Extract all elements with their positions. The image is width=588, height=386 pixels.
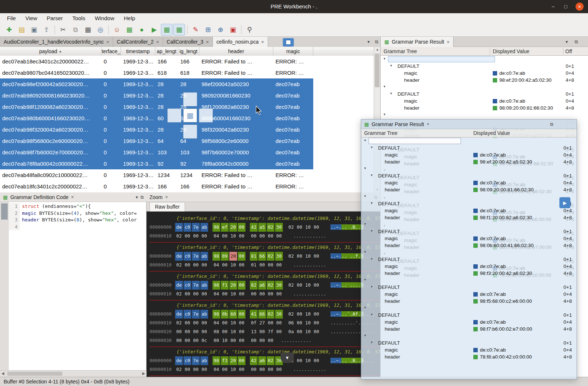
hex-byte[interactable]: 27 [258,319,266,327]
hex-byte[interactable]: 01 [250,261,258,269]
tab-grammar-parse-result[interactable]: ▦ Grammar Parse Result × [381,37,454,47]
menu-item-help[interactable]: Help [119,14,140,22]
tab-cellinfo_nosim.pca[interactable]: cellinfo_nosim.pca× [213,37,268,47]
maximize-button[interactable]: ▢ [562,3,570,11]
hex-byte[interactable]: 00 [313,310,320,319]
float-tree-node-header[interactable]: header98:f1:20:00:82:a6:02:304+8 [361,214,577,221]
tab-close-icon[interactable]: × [156,39,159,45]
hex-byte[interactable]: 10 [304,252,312,261]
hex-byte[interactable]: 20 [229,223,237,232]
hex-byte[interactable]: 04 [212,261,220,269]
column-header-payload[interactable]: payload▲ [0,47,101,56]
menu-item-window[interactable]: Window [90,14,119,22]
hex-byte[interactable]: c0 [184,223,191,232]
table-row[interactable]: dec07eab48fa8c0902c10000022…01969-12-3…1… [0,169,313,181]
hex-byte[interactable]: 00 [238,261,245,269]
hex-byte[interactable]: 30 [275,281,283,290]
hex-byte[interactable]: 00 [184,365,191,374]
chevron-down-icon[interactable]: ▾ [364,138,366,142]
hex-byte[interactable]: 10 [229,365,237,374]
dock-target-left[interactable] [167,109,181,122]
hex-byte[interactable]: 00 [275,232,283,240]
hex-byte[interactable]: 00 [296,319,303,327]
toolbar-camera-button[interactable]: ▣ [227,24,239,36]
float-tree-node-header[interactable]: header98:f7:b6:00:02:e7:00:004+8 [361,326,577,332]
hex-byte[interactable]: 66 [258,252,266,261]
hex-byte[interactable]: 00 [296,356,303,365]
hex-byte[interactable]: 82 [250,281,258,290]
hex-byte[interactable]: 00 [250,336,258,345]
float-tree-node-header[interactable]: header98:0b:60:00:41:66:02:304+8 [361,242,577,249]
float-tree-node-default[interactable]: ▾DEFAULT0+1 [361,200,577,207]
float-tree-node-root[interactable]: ▾ [361,165,577,172]
hex-byte[interactable]: ab [200,252,208,261]
hex-byte[interactable]: f1 [221,281,229,290]
hex-byte[interactable]: 00 [238,223,245,232]
hex-byte[interactable]: 00 [184,290,191,298]
panel-menu-icon[interactable]: ▾ [136,195,138,200]
gpr-tree-node-root[interactable]: ▾ [381,84,588,91]
hex-byte[interactable]: 00 [313,223,320,232]
hex-byte[interactable]: 00 [258,336,266,345]
hex-byte[interactable]: 00 [221,365,229,374]
float-tree-node-root[interactable]: ▾ [361,137,577,144]
float-tree-node-magic[interactable]: magicde:c0:7e:ab0+4 [361,319,577,326]
tab-float-icon[interactable]: ⧉ [573,38,580,45]
hex-byte[interactable]: 10 [304,327,312,336]
hex-byte[interactable]: 10 [229,232,237,240]
hex-byte[interactable]: 00 [275,290,283,298]
table-row[interactable]: dec07eab18ec3401c2c20000022…01969-12-3…1… [0,56,313,67]
float-tree-node-root[interactable]: ▾ [361,221,577,228]
hex-byte[interactable]: 00 [313,327,320,336]
menu-item-view[interactable]: View [21,14,42,22]
hex-byte[interactable]: 00 [267,232,274,240]
gpr-tree-selection-box[interactable] [388,56,495,62]
toolbar-open-folder-button[interactable]: ▤ [16,24,27,36]
toolbar-external-window-button[interactable]: ⊞ [202,24,214,36]
toolbar-run-button[interactable]: ▶ [148,24,160,36]
chevron-down-icon[interactable]: ▾ [384,56,385,60]
hex-byte[interactable]: 00 [238,319,245,327]
float-tree-node-magic[interactable]: magicde:c0:7e:ab0+4 [361,151,577,158]
table-row[interactable]: dec07eab98f3200042a60230020…01969-12-3…2… [0,124,313,135]
tab-close-icon[interactable]: × [447,39,450,45]
gpr-tree-node-default[interactable]: ▾DEFAULT0+1 [381,91,588,98]
menu-item-tools[interactable]: Tools [68,14,90,22]
hex-byte[interactable]: de [175,252,183,261]
dock-target-right[interactable] [199,109,213,122]
hex-byte[interactable]: 00 [250,365,258,374]
hex-byte[interactable]: 00 [175,336,183,345]
hex-byte[interactable]: ef [221,223,229,232]
hex-byte[interactable]: de [175,310,183,319]
tab-callcontroller_3[interactable]: CallController_3× [163,37,213,47]
dock-target-center[interactable]: ▦ [183,109,197,122]
float-tree-node-magic[interactable]: magicde:c0:7e:ab0+4 [361,263,577,270]
toolbar-bug-button[interactable]: ● [136,24,148,36]
hex-byte[interactable]: 02 [175,365,183,374]
hex-byte[interactable]: 02 [175,290,183,298]
hex-byte[interactable]: 02 [287,252,295,261]
hex-byte[interactable]: 06 [287,319,295,327]
float-tree-node-magic[interactable]: magicde:c0:7e:ab0+4 [361,207,577,214]
dock-edge-bottom-icon[interactable]: ▼ [281,353,294,363]
close-window-button[interactable]: × [576,3,584,11]
hex-viewer[interactable]: {'interface_id': 0, 'timestamp': datetim… [147,212,380,377]
hex-byte[interactable]: 00 [238,310,245,319]
float-tree-node-root[interactable]: ▾ [361,305,577,312]
toolbar-print-button[interactable]: ▦ [82,24,94,36]
hex-byte[interactable]: 08 [212,327,220,336]
hex-byte[interactable]: 04 [212,319,220,327]
hex-byte[interactable]: 41 [250,310,258,319]
hex-byte[interactable]: 02 [175,232,183,240]
chevron-down-icon[interactable]: ▾ [371,145,373,149]
toolbar-preview-button[interactable]: ◎ [95,24,106,36]
hex-byte[interactable]: 02 [267,281,274,290]
hex-byte[interactable]: 00 [267,336,274,345]
hex-byte[interactable]: c0 [184,356,191,365]
chevron-down-icon[interactable]: ▾ [371,257,373,261]
tab-float-icon[interactable]: ⧉ [373,38,380,45]
hex-byte[interactable]: 00 [258,365,266,374]
float-tree-node-default[interactable]: ▾DEFAULT0+1 [361,339,577,346]
chevron-down-icon[interactable]: ▾ [371,201,373,205]
hex-byte[interactable]: 0a [287,327,295,336]
